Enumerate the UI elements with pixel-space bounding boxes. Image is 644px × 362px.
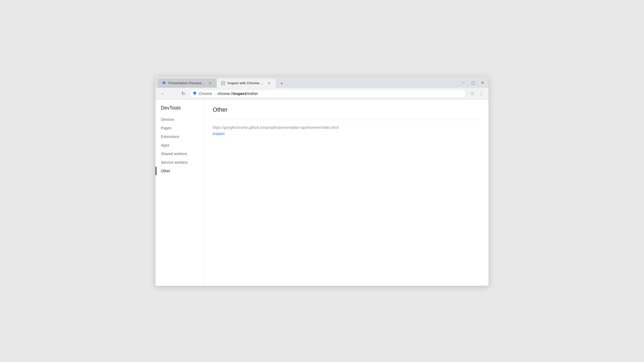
address-origin: Chrome: [199, 92, 212, 96]
sidebar-item-devices[interactable]: Devices: [155, 115, 204, 124]
star-icon: ☆: [470, 91, 474, 96]
sidebar-nav: Devices Pages Extensions Apps Shared wor…: [155, 115, 204, 175]
sidebar: DevTools Devices Pages Extensions Apps S…: [155, 100, 204, 286]
page-title: Other: [213, 106, 480, 113]
browser-content: DevTools Devices Pages Extensions Apps S…: [155, 100, 489, 286]
toolbar: ← → ↻ Chrome | chrome://inspect/#other ☆: [155, 88, 489, 100]
address-bar[interactable]: Chrome | chrome://inspect/#other: [189, 89, 466, 98]
sidebar-item-shared-workers[interactable]: Shared workers: [155, 149, 204, 158]
close-button[interactable]: ✕: [479, 80, 486, 86]
sidebar-item-other[interactable]: Other: [155, 167, 204, 175]
content-divider: [213, 120, 480, 120]
window-controls: − ▢ ✕: [460, 80, 486, 88]
other-item-entry: https://googlechrome.github.io/samples/p…: [213, 125, 480, 136]
sidebar-item-extensions[interactable]: Extensions: [155, 132, 204, 141]
reload-icon: ↻: [182, 91, 185, 96]
sidebar-item-pages[interactable]: Pages: [155, 124, 204, 132]
tab-presentation-close[interactable]: ✕: [208, 81, 212, 86]
puzzle-icon: [162, 81, 166, 85]
forward-button[interactable]: →: [169, 90, 177, 98]
tab-inspect-close[interactable]: ✕: [267, 81, 272, 86]
browser-window: Presentation Receiver AF ✕ Inspect with …: [155, 76, 489, 286]
page-content: Other https://googlechrome.github.io/sam…: [204, 100, 489, 286]
sidebar-item-service-workers[interactable]: Service workers: [155, 158, 204, 167]
back-icon: ←: [161, 91, 165, 96]
tab-presentation[interactable]: Presentation Receiver AF ✕: [158, 79, 217, 88]
address-path: chrome://inspect/#other: [217, 92, 258, 96]
item-url: https://googlechrome.github.io/samples/p…: [213, 125, 480, 130]
back-button[interactable]: ←: [159, 90, 167, 98]
more-button[interactable]: ⋮: [477, 90, 485, 98]
new-tab-button[interactable]: +: [277, 80, 287, 88]
sidebar-item-apps[interactable]: Apps: [155, 141, 204, 149]
address-actions: ☆ ⋮: [468, 90, 485, 98]
bookmark-button[interactable]: ☆: [468, 90, 476, 98]
tab-presentation-title: Presentation Receiver AF: [168, 81, 205, 85]
tab-inspect-title: Inspect with Chrome Dev: [227, 81, 265, 85]
minimize-button[interactable]: −: [460, 80, 467, 86]
maximize-button[interactable]: ▢: [469, 80, 477, 86]
page-icon: [221, 81, 225, 85]
more-icon: ⋮: [479, 91, 483, 96]
forward-icon: →: [171, 91, 175, 96]
reload-button[interactable]: ↻: [179, 90, 187, 98]
address-separator: |: [214, 92, 215, 96]
tab-inspect[interactable]: Inspect with Chrome Dev ✕: [217, 79, 276, 88]
security-icon: [193, 91, 197, 96]
title-bar: Presentation Receiver AF ✕ Inspect with …: [155, 76, 489, 88]
inspect-link[interactable]: inspect: [213, 131, 225, 136]
sidebar-title: DevTools: [155, 105, 204, 115]
